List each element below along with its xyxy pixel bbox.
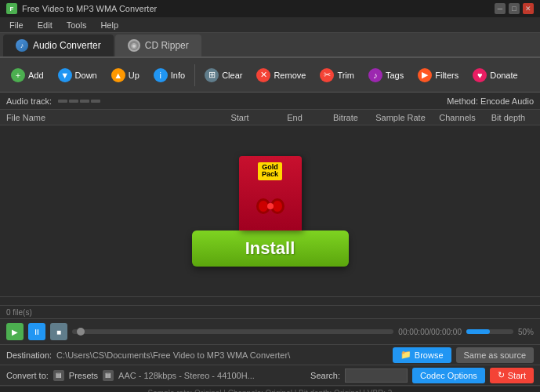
browse-button[interactable]: 📁 Browse [393,347,451,363]
main-area: GoldPack Install [0,125,540,296]
tags-button[interactable]: ♪ Tags [362,65,410,85]
track-dot [58,100,67,103]
start-button[interactable]: ↻ Start [490,368,534,383]
col-channels: Channels [432,113,483,122]
destination-label: Destination: [6,350,52,360]
info-text: Sample rate: Original | Channels: Origin… [148,389,393,392]
add-button[interactable]: + Add [5,65,50,85]
search-label: Search: [310,371,340,380]
trim-icon: ✂ [320,68,334,82]
col-bitrate: Bitrate [322,113,369,122]
presets-icon: ▤ [103,370,114,381]
filters-label: Filters [435,71,458,80]
convert-bar: Convert to: ▤ Presets ▤ AAC - 128kbps - … [0,365,540,386]
volume-label: 50% [518,328,534,336]
tab-bar: ♪ Audio Converter ◉ CD Ripper [0,33,540,58]
audio-icon: ♪ [16,39,28,52]
file-count-bar: 0 file(s) [0,306,540,318]
down-icon: ▼ [58,68,72,82]
up-button[interactable]: ▲ Up [105,65,146,85]
donate-label: Donate [490,71,517,80]
destination-bar: Destination: C:\Users\CS\Documents\Free … [0,345,540,365]
track-dot [91,100,100,103]
remove-button[interactable]: ✕ Remove [250,65,312,85]
tab-cd-ripper[interactable]: ◉ CD Ripper [115,34,201,56]
info-button[interactable]: i Info [147,65,191,85]
volume-fill [466,329,490,334]
seek-thumb [77,328,85,336]
bow-center [267,203,274,209]
cd-icon: ◉ [128,39,140,52]
filters-button[interactable]: ▶ Filters [411,65,465,85]
col-start: Start [212,113,267,122]
presets-label: Presets [69,371,98,380]
col-filename: File Name [6,113,212,122]
same-as-source-button[interactable]: Same as source [456,347,534,363]
track-dots [58,100,100,103]
add-label: Add [28,71,44,80]
maximize-button[interactable]: □ [509,3,520,14]
col-end: End [267,113,322,122]
bow-decoration [251,194,290,218]
clear-button[interactable]: ⊞ Clear [198,65,248,85]
browse-label: Browse [415,350,444,360]
presets-value: AAC - 128kbps - Stereo - 44100H... [118,371,306,380]
codec-label: Codec Options [420,371,477,380]
audio-track-label: Audio track: [6,96,52,106]
method-label: Method: Encode Audio [447,96,534,106]
info-icon: i [154,68,168,82]
play-button[interactable]: ▶ [6,323,24,340]
codec-options-button[interactable]: Codec Options [412,368,485,383]
donate-icon: ♥ [473,68,487,82]
close-button[interactable]: ✕ [523,3,534,14]
title-bar: F Free Video to MP3 WMA Converter ─ □ ✕ [0,0,540,17]
menu-file[interactable]: File [3,19,30,31]
player-bar: ▶ ⏸ ■ 00:00:00/00:00:00 50% [0,318,540,345]
toolbar-separator-1 [194,64,195,86]
up-icon: ▲ [111,68,125,82]
same-as-source-label: Same as source [464,350,526,360]
tags-label: Tags [386,71,404,80]
title-text: Free Video to MP3 WMA Converter [22,4,157,13]
info-bar: Sample rate: Original | Channels: Origin… [0,386,540,392]
volume-bar[interactable] [466,329,513,334]
toolbar: + Add ▼ Down ▲ Up i Info ⊞ Clear ✕ Remov… [0,58,540,93]
file-count: 0 file(s) [6,308,32,317]
convert-icon: ▤ [53,370,64,381]
start-label: Start [508,371,526,380]
pause-button[interactable]: ⏸ [28,323,45,340]
add-icon: + [11,68,25,82]
info-label: Info [171,71,185,80]
trim-button[interactable]: ✂ Trim [313,65,361,85]
col-sample-rate: Sample Rate [369,113,432,122]
up-label: Up [129,71,140,80]
install-button[interactable]: Install [192,230,349,267]
app-icon: F [6,3,17,14]
remove-icon: ✕ [256,68,270,82]
down-button[interactable]: ▼ Down [52,65,103,85]
clear-icon: ⊞ [205,68,219,82]
window-controls: ─ □ ✕ [495,3,534,14]
seek-bar[interactable] [72,329,393,334]
track-dot [69,100,78,103]
destination-path: C:\Users\CS\Documents\Free Video to MP3 … [56,350,388,360]
tab-audio-converter[interactable]: ♪ Audio Converter [3,34,114,56]
stop-button[interactable]: ■ [50,323,67,340]
scroll-area[interactable] [0,296,540,306]
menu-edit[interactable]: Edit [31,19,59,31]
minimize-button[interactable]: ─ [495,3,506,14]
menu-help[interactable]: Help [94,19,125,31]
install-popup: GoldPack Install [192,156,349,267]
col-bit-depth: Bit depth [483,113,534,122]
tab-audio-label: Audio Converter [33,40,101,51]
trim-label: Trim [337,71,354,80]
donate-button[interactable]: ♥ Donate [466,65,524,85]
search-input[interactable] [345,368,408,383]
down-label: Down [75,71,97,80]
gold-pack-label: GoldPack [258,162,282,181]
start-icon: ↻ [498,370,505,380]
time-display: 00:00:00/00:00:00 [398,328,462,336]
browse-icon: 📁 [400,350,411,360]
title-bar-left: F Free Video to MP3 WMA Converter [6,3,157,14]
menu-tools[interactable]: Tools [60,19,93,31]
